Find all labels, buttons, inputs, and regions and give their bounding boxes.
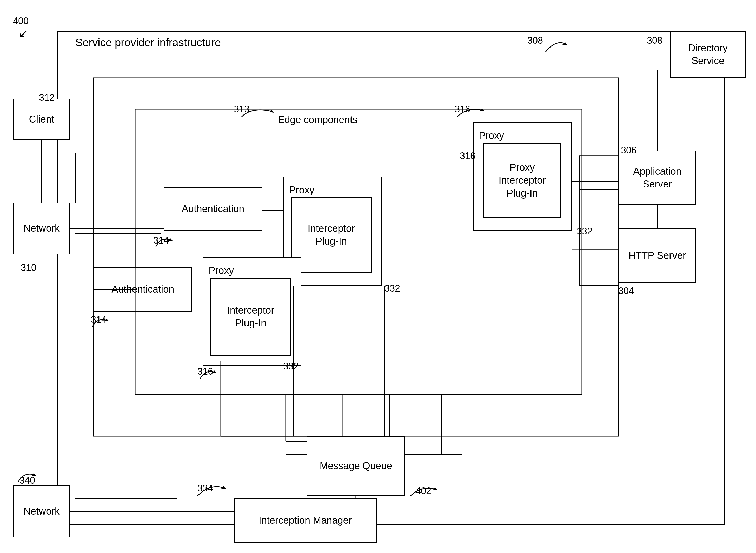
arrow-340: [8, 467, 44, 485]
fig-number: 400: [13, 16, 28, 26]
directory-service-label: Directory Service: [671, 42, 745, 68]
proxy-interceptor-lower: InterceptorPlug-In: [210, 278, 291, 356]
proxy-interceptor-top-right: ProxyInterceptorPlug-In: [483, 143, 561, 218]
http-server-box: HTTP Server: [618, 229, 696, 283]
proxy-interceptor-middle: InterceptorPlug-In: [291, 197, 371, 272]
ref-304: 304: [618, 286, 634, 297]
proxy-label-low: Proxy: [209, 264, 234, 277]
proxy-label-tr: Proxy: [479, 129, 504, 142]
arrow-316a: [442, 101, 494, 122]
ref-316b: 316: [460, 151, 475, 161]
diagram: 400 ↙ Service provider infrastructure 30…: [0, 0, 756, 553]
ref-332-low: 332: [283, 361, 299, 372]
arrow-334: [182, 478, 234, 501]
edge-components-label: Edge components: [278, 114, 357, 126]
arrow-314a: [140, 231, 179, 252]
http-server-label: HTTP Server: [628, 249, 686, 262]
proxy-interceptor-label-mid: InterceptorPlug-In: [307, 222, 355, 248]
interception-manager-box: Interception Manager: [234, 498, 377, 543]
ref-312: 312: [39, 92, 55, 103]
arrow-316-low: [185, 364, 223, 384]
ref-306: 306: [621, 145, 636, 156]
fig-arrow: ↙: [18, 26, 28, 41]
network-top-label: Network: [23, 222, 60, 235]
ref-332a: 332: [577, 226, 592, 237]
auth-lower-box: Authentication: [93, 267, 192, 312]
message-queue-box: Message Queue: [306, 436, 405, 496]
arrow-402: [400, 480, 447, 501]
arrow-313: [221, 101, 286, 122]
network-top-box: Network: [13, 203, 70, 254]
ref-308b: 308: [647, 35, 663, 46]
app-server-label: Application Server: [619, 165, 695, 191]
arrow-308: [520, 31, 571, 57]
ref-332b: 332: [385, 283, 400, 294]
directory-service-box: Directory Service: [670, 31, 746, 78]
ref-310: 310: [21, 262, 37, 273]
proxy-label-mid: Proxy: [289, 184, 314, 196]
client-box: Client: [13, 99, 70, 140]
arrow-314b: [77, 312, 116, 332]
client-label: Client: [29, 113, 54, 126]
svg-marker-21: [562, 42, 568, 46]
auth-lower-label: Authentication: [112, 283, 174, 296]
proxy-interceptor-label-low: InterceptorPlug-In: [227, 304, 274, 330]
infrastructure-title: Service provider infrastructure: [75, 36, 221, 49]
auth-upper-box: Authentication: [164, 187, 262, 231]
interception-manager-label: Interception Manager: [259, 514, 352, 527]
app-server-box: Application Server: [618, 151, 696, 205]
proxy-interceptor-label-tr: ProxyInterceptorPlug-In: [498, 161, 546, 200]
message-queue-label: Message Queue: [320, 460, 392, 472]
auth-upper-label: Authentication: [182, 203, 245, 215]
network-bottom-label: Network: [23, 505, 60, 518]
network-bottom-box: Network: [13, 485, 70, 537]
